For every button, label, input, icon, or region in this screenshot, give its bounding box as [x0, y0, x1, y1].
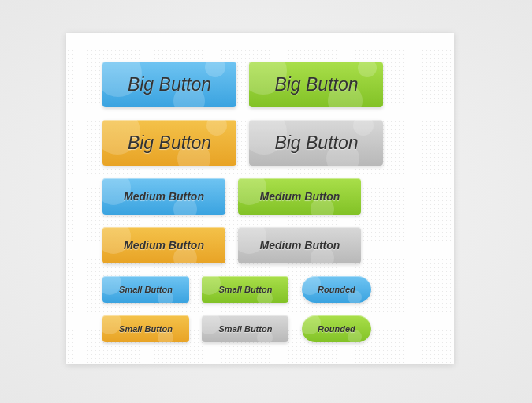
- big-button-blue[interactable]: Big Button: [102, 62, 236, 107]
- rounded-button-label: Rounded: [318, 285, 355, 294]
- big-button-green[interactable]: Big Button: [249, 62, 383, 107]
- big-row-1: Big Button Big Button: [102, 62, 454, 107]
- small-button-green[interactable]: Small Button: [202, 276, 288, 303]
- small-button-label: Small Button: [219, 285, 273, 294]
- showcase-panel: Big Button Big Button Big Button Big But…: [66, 33, 454, 364]
- big-button-label: Big Button: [128, 132, 211, 153]
- big-row-2: Big Button Big Button: [102, 120, 454, 166]
- medium-button-green[interactable]: Medium Button: [238, 178, 361, 215]
- big-button-label: Big Button: [274, 132, 358, 153]
- small-button-orange[interactable]: Small Button: [102, 315, 189, 342]
- medium-button-orange[interactable]: Medium Button: [102, 227, 225, 263]
- small-button-gray[interactable]: Small Button: [202, 315, 288, 342]
- rounded-button-green[interactable]: Rounded: [302, 315, 371, 342]
- small-button-label: Small Button: [219, 324, 273, 334]
- big-button-label: Big Button: [128, 74, 211, 95]
- small-button-blue[interactable]: Small Button: [102, 276, 189, 303]
- rounded-button-blue[interactable]: Rounded: [302, 276, 371, 303]
- medium-button-blue[interactable]: Medium Button: [102, 178, 225, 215]
- small-button-label: Small Button: [119, 285, 173, 294]
- small-row-2: Small Button Small Button Rounded: [102, 315, 454, 342]
- medium-button-gray[interactable]: Medium Button: [238, 227, 361, 263]
- small-row-1: Small Button Small Button Rounded: [102, 276, 454, 303]
- big-button-orange[interactable]: Big Button: [102, 120, 236, 166]
- med-row-1: Medium Button Medium Button: [102, 178, 454, 215]
- medium-button-label: Medium Button: [124, 239, 204, 252]
- big-button-gray[interactable]: Big Button: [249, 120, 383, 166]
- medium-button-label: Medium Button: [124, 190, 204, 203]
- medium-button-label: Medium Button: [260, 190, 340, 203]
- medium-button-label: Medium Button: [260, 239, 340, 252]
- rounded-button-label: Rounded: [318, 324, 355, 334]
- med-row-2: Medium Button Medium Button: [102, 227, 454, 263]
- small-button-label: Small Button: [119, 324, 173, 334]
- big-button-label: Big Button: [274, 74, 358, 95]
